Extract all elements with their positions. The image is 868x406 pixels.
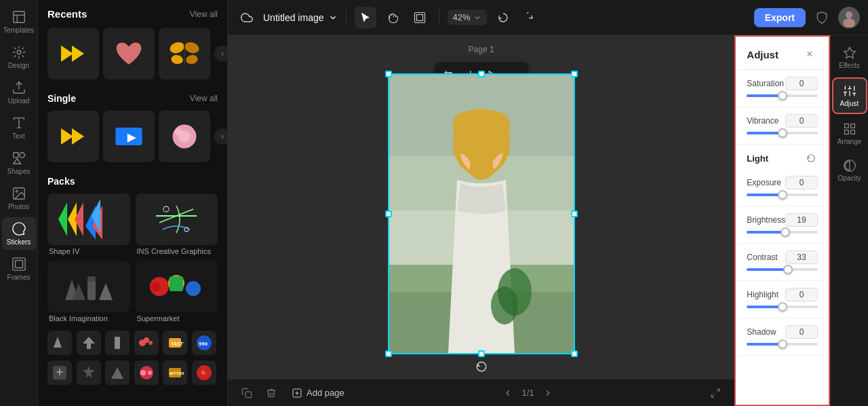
undo-button[interactable] [492, 7, 514, 29]
exposure-thumb[interactable] [778, 190, 787, 200]
handle-bottom-middle[interactable] [478, 350, 485, 357]
sticker-4[interactable] [134, 331, 159, 355]
vibrance-thumb[interactable] [778, 128, 787, 138]
svg-point-18 [170, 54, 183, 65]
saturation-track[interactable] [747, 94, 818, 97]
right-tab-effects[interactable]: Effects [832, 41, 867, 75]
light-reset-button[interactable] [804, 151, 818, 165]
handle-top-left[interactable] [385, 71, 392, 77]
recents-viewall[interactable]: View all [190, 10, 218, 19]
sticker-7[interactable] [47, 361, 72, 385]
single-next-arrow[interactable]: › [214, 128, 228, 145]
canvas-image [389, 75, 574, 353]
fullscreen-button[interactable] [706, 384, 725, 403]
hand-tool-button[interactable] [382, 7, 403, 29]
shadow-thumb[interactable] [778, 339, 787, 349]
handle-top-middle[interactable] [478, 71, 485, 77]
recent-item-heart[interactable] [103, 28, 155, 79]
sticker-6[interactable]: 99¢ [192, 331, 216, 355]
user-avatar[interactable] [838, 7, 860, 29]
adjust-close-button[interactable]: × [802, 46, 818, 62]
sticker-8[interactable] [77, 361, 101, 385]
svg-point-65 [148, 371, 152, 375]
pack-item-supermarket[interactable]: Supermarket [136, 261, 218, 322]
zoom-dropdown-icon [473, 14, 481, 22]
export-button[interactable]: Export [754, 8, 806, 27]
delete-page-button[interactable] [262, 384, 281, 403]
sidebar-item-design[interactable]: Design [2, 41, 36, 73]
sidebar-item-templates[interactable]: Templates [2, 5, 36, 38]
pack-item-ins[interactable]: INS Creative Graphics [136, 193, 218, 255]
sticker-3[interactable] [105, 331, 130, 355]
packs-grid: Shape IV INS Creative Graphics [38, 191, 227, 328]
svg-line-90 [717, 389, 720, 392]
add-page-button[interactable]: Add page [286, 385, 350, 401]
sidebar-item-frames[interactable]: Frames [2, 253, 36, 285]
sticker-11[interactable]: BITTER [163, 361, 187, 385]
shield-button[interactable] [811, 7, 833, 29]
sticker-12[interactable]: 🍓 [192, 361, 216, 385]
pack-label-shape-iv: Shape IV [47, 247, 130, 255]
sticker-9[interactable] [105, 361, 130, 385]
recent-item-arrow[interactable] [47, 28, 99, 79]
canvas-image-wrapper[interactable] [389, 75, 574, 353]
sidebar-item-text[interactable]: Text [2, 111, 36, 144]
single-item-1[interactable] [47, 111, 99, 162]
sidebar-item-shapes[interactable]: Shapes [2, 147, 36, 179]
saturation-thumb[interactable] [778, 91, 787, 100]
brightness-thumb[interactable] [781, 227, 790, 237]
exposure-row: Exposure 0 [747, 176, 818, 189]
rotate-handle[interactable] [475, 360, 488, 373]
document-title-area[interactable]: Untitled image [263, 12, 338, 23]
handle-bottom-left[interactable] [385, 350, 392, 357]
exposure-track[interactable] [747, 193, 818, 196]
sidebar-item-stickers[interactable]: Stickers [2, 217, 36, 250]
handle-top-right[interactable] [571, 71, 578, 77]
right-tab-arrange[interactable]: Arrange [832, 117, 867, 151]
single-item-2[interactable] [103, 111, 155, 162]
svg-marker-9 [13, 159, 20, 164]
contrast-thumb[interactable] [783, 265, 793, 274]
exposure-value: 0 [785, 176, 818, 189]
svg-rect-47 [170, 276, 183, 291]
redo-button[interactable] [517, 7, 538, 29]
highlight-track[interactable] [747, 306, 818, 308]
right-tab-opacity[interactable]: Opacity [832, 153, 867, 187]
sticker-2[interactable] [77, 331, 101, 355]
pack-item-shape-iv[interactable]: Shape IV [47, 193, 130, 255]
zoom-control[interactable]: 42% [448, 10, 487, 25]
single-item-3[interactable] [159, 111, 210, 162]
saturation-label: Saturation [747, 79, 784, 88]
handle-middle-right[interactable] [571, 210, 578, 217]
right-tab-adjust[interactable]: Adjust [832, 77, 867, 114]
sticker-10[interactable] [134, 361, 159, 385]
copy-page-button[interactable] [237, 384, 256, 403]
svg-text:🍓: 🍓 [201, 370, 207, 376]
sidebar-item-upload[interactable]: Upload [2, 76, 36, 109]
frame-tool-button[interactable] [409, 7, 431, 29]
brightness-track[interactable] [747, 231, 818, 234]
contrast-track[interactable] [747, 268, 818, 271]
recents-next-arrow[interactable]: › [214, 45, 228, 62]
sidebar-item-photos[interactable]: Photos [2, 182, 36, 215]
svg-point-85 [491, 287, 518, 325]
vibrance-track[interactable] [747, 132, 818, 134]
highlight-thumb[interactable] [778, 302, 787, 312]
pack-label-black-imagination: Black Imagination [47, 314, 130, 322]
pack-item-black-imagination[interactable]: Black Imagination [47, 261, 130, 322]
prev-page-icon [503, 388, 513, 398]
single-viewall[interactable]: View all [190, 94, 218, 103]
prev-page-button[interactable] [500, 385, 516, 401]
recent-item-butterfly[interactable] [159, 28, 210, 79]
select-tool-button[interactable] [355, 7, 376, 29]
sticker-1[interactable] [47, 331, 72, 355]
shadow-track[interactable] [747, 343, 818, 346]
next-page-button[interactable] [540, 385, 556, 401]
save-cloud-button[interactable] [236, 7, 258, 29]
brightness-label: Brightness [747, 215, 785, 225]
shadow-value: 0 [785, 325, 818, 339]
sticker-5[interactable]: TASTY [163, 331, 187, 355]
svg-rect-7 [13, 153, 18, 158]
handle-middle-left[interactable] [385, 210, 392, 217]
handle-bottom-right[interactable] [571, 350, 578, 357]
